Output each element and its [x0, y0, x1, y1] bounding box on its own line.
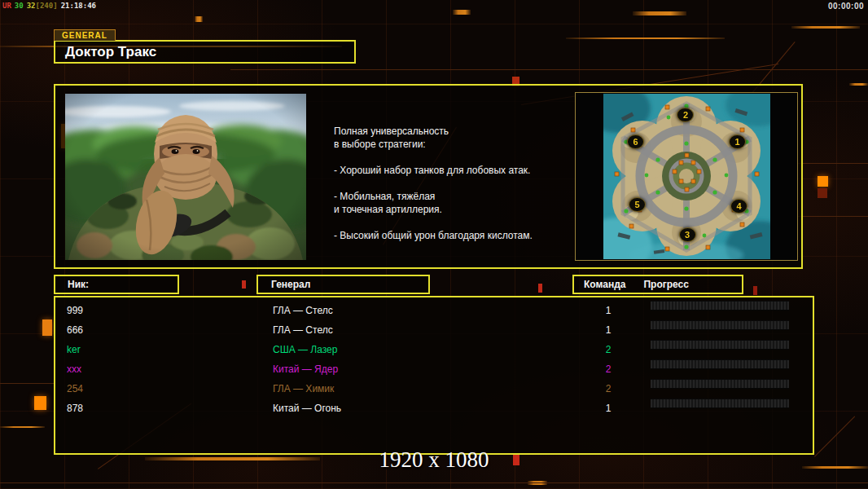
description-line: - Хороший набор танков для лобовых атак. — [334, 164, 578, 177]
general-name: Доктор Тракс — [55, 44, 156, 60]
general-tab[interactable]: GENERAL — [54, 29, 116, 41]
description-line: в выборе стратегии: — [334, 138, 578, 151]
circuit-line — [453, 10, 471, 15]
spawn-point-marker: 2 — [677, 108, 694, 122]
player-row: 254 ГЛА — Химик 2 — [55, 379, 813, 399]
circuit-node — [242, 280, 246, 289]
player-progress-bar — [651, 399, 789, 408]
resolution-label: 1920 x 1080 — [0, 447, 868, 473]
circuit-line — [566, 37, 725, 39]
circuit-node — [34, 396, 46, 410]
debug-segment: 32 — [27, 2, 36, 10]
column-header-nick: Ник: — [54, 275, 179, 294]
circuit-node — [538, 284, 542, 293]
circuit-line — [849, 83, 868, 86]
general-portrait — [65, 94, 306, 260]
player-progress-bar — [651, 301, 789, 311]
debug-segment: 21:18:46 — [61, 2, 96, 10]
circuit-line — [0, 383, 54, 384]
circuit-node — [42, 319, 52, 336]
player-progress-bar — [651, 379, 789, 389]
circuit-node — [818, 188, 827, 198]
column-header-general: Генерал — [256, 275, 430, 294]
player-general: Китай — Ядер — [273, 359, 338, 379]
circuit-line — [791, 26, 860, 29]
description-line: и точечная артиллерия. — [334, 203, 578, 216]
description-line: - Мобильная, тяжёлая — [334, 190, 578, 203]
circuit-node — [818, 176, 828, 187]
description-line: - Высокий общий урон благодаря кислотам. — [334, 229, 578, 242]
player-row: xxx Китай — Ядер 2 — [55, 359, 813, 379]
player-general: ГЛА — Химик — [273, 379, 334, 399]
description-line — [334, 216, 578, 229]
spawn-point-marker: 4 — [730, 199, 747, 214]
player-team: 1 — [596, 399, 620, 418]
player-nick: xxx — [67, 359, 81, 379]
header-general-label: Генерал — [271, 279, 310, 290]
map-preview-panel: 123456 — [575, 92, 798, 261]
player-list-panel: 999 ГЛА — Стелс 1 666 ГЛА — Стелс 1 ker … — [54, 296, 814, 455]
general-name-box: Доктор Тракс — [54, 40, 356, 64]
general-description: Полная универсальностьв выборе стратегии… — [334, 125, 578, 242]
spawn-point-marker: 5 — [629, 197, 646, 212]
debug-segment: UR — [2, 2, 11, 10]
game-loading-screen: UR3032[240]21:18:46 00:00:00 GENERAL Док… — [0, 0, 868, 489]
spawn-point-marker: 3 — [679, 227, 696, 242]
player-general: ГЛА — Стелс — [273, 301, 333, 320]
player-nick: 999 — [67, 301, 83, 320]
description-line — [334, 151, 578, 164]
general-info-panel: Полная универсальностьв выборе стратегии… — [54, 84, 803, 269]
spawn-point-marker: 6 — [627, 134, 644, 149]
debug-segment: 30 — [15, 2, 24, 10]
circuit-line — [0, 482, 868, 483]
player-nick: 666 — [67, 320, 83, 340]
player-team: 1 — [596, 301, 620, 320]
map-spawn-layer: 123456 — [603, 94, 770, 259]
header-team-label: Команда — [584, 279, 625, 290]
player-general: США — Лазер — [273, 340, 337, 359]
player-progress-bar — [651, 359, 789, 369]
header-progress-label: Прогресс — [643, 279, 688, 290]
player-team: 2 — [596, 379, 620, 399]
map-preview-image: 123456 — [603, 94, 770, 259]
player-row: 999 ГЛА — Стелс 1 — [55, 301, 813, 320]
description-line: Полная универсальность — [334, 125, 578, 138]
player-progress-bar — [651, 340, 789, 350]
player-general: ГЛА — Стелс — [273, 320, 333, 340]
player-row: ker США — Лазер 2 — [55, 340, 813, 359]
circuit-line — [195, 16, 203, 22]
player-row: 666 ГЛА — Стелс 1 — [55, 320, 813, 340]
player-progress-bar — [651, 320, 789, 330]
player-nick: 254 — [67, 379, 83, 399]
player-team: 2 — [596, 340, 620, 359]
player-nick: 878 — [67, 399, 83, 418]
header-nick-label: Ник: — [68, 279, 89, 290]
player-general: Китай — Огонь — [273, 399, 341, 418]
player-row: 878 Китай — Огонь 1 — [55, 399, 813, 418]
match-timer: 00:00:00 — [828, 2, 864, 11]
debug-overlay: UR3032[240]21:18:46 — [2, 2, 99, 10]
column-header-team-progress: Команда Прогресс — [572, 275, 743, 294]
player-nick: ker — [67, 340, 81, 359]
spawn-point-marker: 1 — [729, 134, 746, 149]
circuit-line — [633, 11, 686, 15]
player-team: 1 — [596, 320, 620, 340]
description-line — [334, 177, 578, 190]
circuit-node — [753, 286, 757, 295]
debug-segment: [240] — [36, 2, 58, 10]
circuit-line — [0, 426, 45, 428]
player-team: 2 — [596, 359, 620, 379]
